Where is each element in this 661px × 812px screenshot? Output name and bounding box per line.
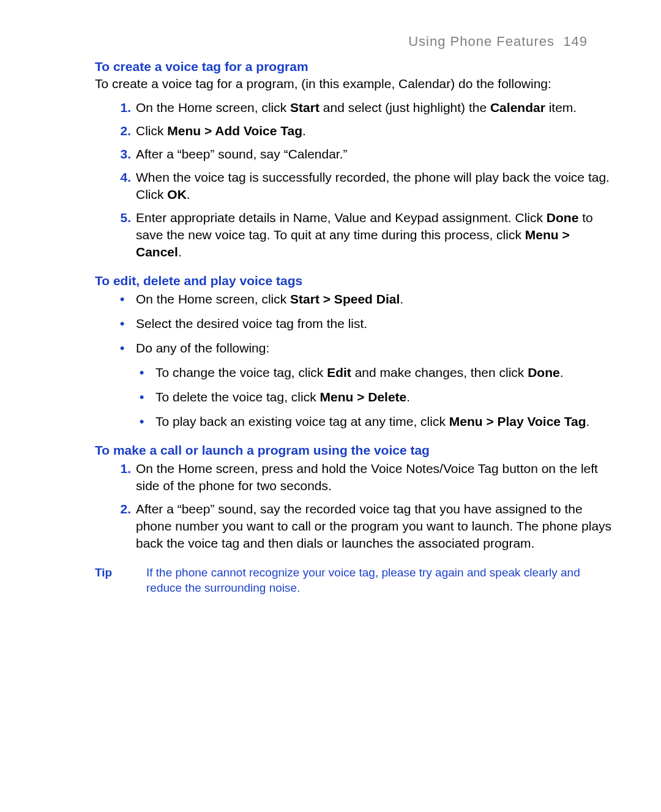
running-header: Using Phone Features 149 bbox=[95, 34, 612, 50]
tip-text: If the phone cannot recognize your voice… bbox=[146, 565, 612, 595]
bullet-text: To delete the voice tag, click bbox=[155, 390, 319, 404]
call-steps: 1. On the Home screen, press and hold th… bbox=[95, 460, 612, 552]
ui-term: Calendar bbox=[490, 100, 545, 114]
heading-edit-delete-play: To edit, delete and play voice tags bbox=[95, 274, 612, 288]
sub-bullets: To change the voice tag, click Edit and … bbox=[136, 364, 612, 430]
step-text: . bbox=[187, 187, 190, 201]
step-4: 4. When the voice tag is successfully re… bbox=[133, 169, 612, 203]
heading-make-call: To make a call or launch a program using… bbox=[95, 443, 612, 458]
bullet-text: Select the desired voice tag from the li… bbox=[136, 316, 367, 330]
step-1: 1. On the Home screen, press and hold th… bbox=[133, 460, 612, 494]
step-text: Click bbox=[136, 124, 167, 138]
ui-term: Done bbox=[528, 365, 560, 379]
step-number: 3. bbox=[115, 146, 131, 163]
step-3: 3. After a “beep” sound, say “Calendar.” bbox=[133, 146, 612, 163]
ui-term: Menu > Play Voice Tag bbox=[449, 414, 586, 428]
step-text: and select (just highlight) the bbox=[319, 100, 490, 114]
step-text: When the voice tag is successfully recor… bbox=[136, 170, 610, 201]
ui-term: Done bbox=[547, 210, 579, 225]
bullet-item: On the Home screen, click Start > Speed … bbox=[133, 291, 612, 308]
step-number: 2. bbox=[115, 122, 131, 140]
step-2: 2. After a “beep” sound, say the recorde… bbox=[133, 501, 612, 552]
sub-bullet-item: To delete the voice tag, click Menu > De… bbox=[153, 389, 612, 406]
ui-term: Menu > Delete bbox=[319, 390, 406, 404]
bullet-item: Select the desired voice tag from the li… bbox=[133, 315, 612, 332]
intro-text: To create a voice tag for a program, (in… bbox=[95, 75, 612, 92]
ui-term: Menu > Add Voice Tag bbox=[167, 124, 302, 138]
step-number: 4. bbox=[115, 169, 131, 186]
sub-bullet-item: To play back an existing voice tag at an… bbox=[153, 413, 612, 430]
ui-term: OK bbox=[167, 187, 187, 201]
bullet-text: . bbox=[406, 390, 410, 404]
step-1: 1. On the Home screen, click Start and s… bbox=[133, 99, 612, 116]
edit-bullets: On the Home screen, click Start > Speed … bbox=[95, 291, 612, 430]
step-text: Enter appropriate details in Name, Value… bbox=[136, 210, 547, 225]
sub-bullet-item: To change the voice tag, click Edit and … bbox=[153, 364, 612, 381]
bullet-text: and make changes, then click bbox=[351, 365, 528, 379]
bullet-text: On the Home screen, click bbox=[136, 292, 290, 306]
bullet-item: Do any of the following: To change the v… bbox=[133, 340, 612, 430]
step-text: On the Home screen, press and hold the V… bbox=[136, 461, 598, 493]
step-number: 2. bbox=[115, 501, 131, 518]
manual-page: Using Phone Features 149 To create a voi… bbox=[0, 0, 661, 812]
bullet-text: To change the voice tag, click bbox=[155, 365, 327, 379]
bullet-text: . bbox=[560, 365, 564, 379]
step-number: 5. bbox=[115, 209, 131, 226]
step-number: 1. bbox=[115, 460, 131, 477]
page-number: 149 bbox=[563, 34, 588, 49]
step-text: . bbox=[302, 124, 306, 138]
step-text: After a “beep” sound, say “Calendar.” bbox=[136, 147, 348, 161]
ui-term: Edit bbox=[327, 365, 351, 379]
section-name: Using Phone Features bbox=[408, 34, 555, 49]
create-steps: 1. On the Home screen, click Start and s… bbox=[95, 99, 612, 261]
bullet-text: Do any of the following: bbox=[136, 341, 269, 355]
step-5: 5. Enter appropriate details in Name, Va… bbox=[133, 209, 612, 261]
step-2: 2. Click Menu > Add Voice Tag. bbox=[133, 122, 612, 140]
ui-term: Start bbox=[290, 100, 319, 114]
bullet-text: To play back an existing voice tag at an… bbox=[155, 414, 449, 428]
tip-label: Tip bbox=[95, 565, 146, 595]
step-text: After a “beep” sound, say the recorded v… bbox=[136, 502, 611, 550]
tip-block: Tip If the phone cannot recognize your v… bbox=[95, 565, 612, 595]
bullet-text: . bbox=[400, 292, 403, 306]
step-text: . bbox=[178, 245, 182, 259]
ui-term: Start > Speed Dial bbox=[290, 292, 400, 306]
step-text: item. bbox=[545, 100, 577, 114]
step-text: On the Home screen, click bbox=[136, 100, 290, 114]
step-number: 1. bbox=[115, 99, 131, 116]
heading-create-voice-tag: To create a voice tag for a program bbox=[95, 59, 612, 74]
bullet-text: . bbox=[586, 414, 590, 428]
